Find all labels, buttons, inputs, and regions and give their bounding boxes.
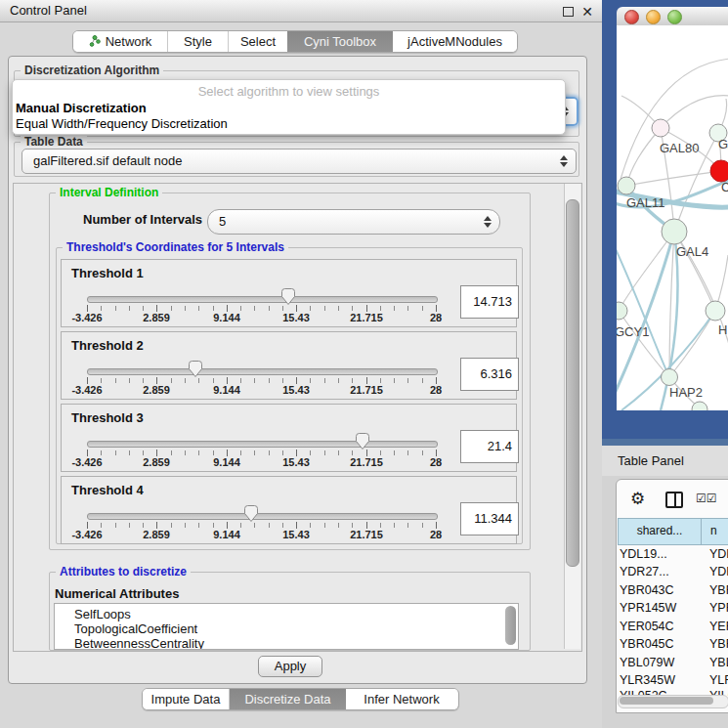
tick-label: 9.144 [197, 456, 256, 468]
tick-label: 21.715 [337, 529, 396, 540]
table-cell[interactable]: YER0 [709, 618, 728, 636]
table-cell[interactable]: YBR043C [620, 581, 674, 600]
threshold-2-value-field[interactable]: 6.316 [460, 358, 519, 391]
tab-discretize-data[interactable]: Discretize Data [230, 689, 346, 709]
zoom-traffic-light-icon[interactable] [667, 10, 682, 24]
node-label: GA [718, 137, 728, 151]
threshold-1-value-field[interactable]: 14.713 [460, 285, 519, 319]
table-cell[interactable]: YBL0 [709, 654, 728, 672]
tick-label: 28 [407, 384, 465, 396]
table-data-combobox[interactable]: galFiltered.sif default node [21, 149, 577, 174]
column-header-name[interactable]: n [701, 518, 728, 545]
network-canvas[interactable]: GAL80 GA C GAL11 GAL4 GCY1 H HAP2 [617, 25, 728, 410]
thresholds-group-title: Threshold's Coordinates for 5 Intervals [63, 240, 288, 254]
threshold-1-label: Threshold 1 [71, 266, 144, 280]
numerical-attributes-list[interactable]: SelfLoops TopologicalCoefficient Between… [54, 603, 519, 650]
tick-label: 28 [407, 529, 465, 540]
threshold-3-slider-track[interactable] [87, 441, 438, 448]
tick-label: 9.144 [197, 529, 256, 540]
table-cell[interactable]: YDR2 [709, 563, 728, 581]
tab-style[interactable]: Style [168, 31, 229, 52]
column-header-shared-name[interactable]: shared... [618, 518, 702, 545]
tick-label: 2.859 [127, 312, 186, 323]
node-label: GAL4 [676, 244, 708, 259]
interval-definition-title: Interval Definition [56, 186, 162, 199]
gear-icon[interactable]: ⚙ [630, 489, 645, 508]
network-window-titlebar[interactable] [617, 7, 728, 26]
table-cell[interactable]: YBR045C [620, 635, 674, 654]
table-cell[interactable]: YDL1 [709, 545, 728, 564]
network-frame-border-bottom [602, 439, 728, 446]
tick-label: 21.715 [337, 384, 396, 396]
tick-label: 2.859 [127, 529, 186, 540]
threshold-3-value-field[interactable]: 21.4 [460, 430, 519, 463]
threshold-3-panel: Threshold 3 -3.426 2.859 9.144 15.43 21.… [61, 404, 517, 472]
threshold-4-panel: Threshold 4 -3.426 2.859 9.144 15.43 21.… [61, 476, 517, 544]
dropdown-placeholder-item[interactable]: Select algorithm to view settings [13, 84, 565, 99]
list-item[interactable]: SelfLoops [74, 607, 131, 621]
control-panel-titlebar: Control Panel ✕ [0, 0, 602, 22]
tab-impute-data[interactable]: Impute Data [143, 689, 230, 709]
threshold-4-value-field[interactable]: 11.344 [460, 502, 519, 535]
table-cell[interactable]: YER054C [620, 618, 674, 636]
tick-label: 15.43 [267, 384, 325, 396]
spinner-icon [483, 216, 491, 228]
float-window-icon[interactable] [563, 7, 574, 17]
control-panel-title: Control Panel [10, 0, 87, 21]
apply-button[interactable]: Apply [258, 656, 322, 677]
table-cell[interactable]: YBR0 [709, 581, 728, 600]
threshold-1-slider-track[interactable] [87, 296, 438, 303]
table-cell[interactable]: YDL19... [620, 545, 667, 564]
viewport-scrollbar-thumb[interactable] [566, 199, 579, 567]
node-gcy1 [617, 302, 627, 320]
table-cell[interactable]: YDR27... [620, 563, 669, 581]
tab-cyni-toolbox[interactable]: Cyni Toolbox [287, 31, 393, 52]
node-hap2 [662, 369, 678, 386]
threshold-3-slider-thumb[interactable] [355, 432, 370, 450]
select-columns-icon[interactable]: ☑☑ [696, 492, 717, 505]
threshold-2-slider-thumb[interactable] [188, 360, 203, 378]
close-traffic-light-icon[interactable] [624, 10, 639, 24]
minimize-traffic-light-icon[interactable] [646, 10, 661, 24]
list-item[interactable]: TopologicalCoefficient [74, 621, 197, 636]
table-data-title: Table Data [21, 135, 87, 149]
tick-label: 28 [407, 312, 465, 323]
tick-label: -3.426 [58, 384, 116, 396]
tab-select[interactable]: Select [229, 31, 287, 52]
split-columns-icon[interactable] [665, 492, 683, 508]
tab-infer-network[interactable]: Infer Network [346, 689, 457, 709]
table-hscrollbar-thumb[interactable] [620, 697, 713, 705]
threshold-1-panel: Threshold 1 -3.426 2.859 9.144 15.43 21.… [61, 259, 517, 327]
list-item[interactable]: BetweennessCentrality [74, 636, 204, 650]
threshold-2-slider-track[interactable] [87, 368, 438, 375]
control-panel-tabs: Network Style Select Cyni Toolbox jActiv… [72, 30, 518, 53]
tab-network[interactable]: Network [73, 31, 168, 52]
dropdown-item-equal-width-frequency[interactable]: Equal Width/Frequency Discretization [16, 116, 228, 131]
node-red-selected [710, 160, 728, 182]
tick-label: 15.43 [267, 312, 325, 323]
tick-label: 21.715 [337, 456, 396, 468]
table-cell[interactable]: YPR1 [709, 599, 728, 618]
network-icon [89, 32, 101, 53]
list-scrollbar-thumb[interactable] [505, 606, 516, 645]
close-icon[interactable]: ✕ [581, 1, 593, 22]
spinner-icon [559, 155, 567, 167]
tab-network-label: Network [106, 34, 152, 49]
number-of-intervals-combobox[interactable]: 5 [207, 209, 500, 235]
table-cell[interactable]: YBL079W [620, 654, 674, 672]
numerical-attributes-label: Numerical Attributes [55, 586, 179, 601]
table-cell[interactable]: YBR0 [709, 635, 728, 654]
tab-jactivemnodules[interactable]: jActiveMNodules [393, 31, 517, 52]
node-label: HAP2 [669, 385, 703, 400]
threshold-4-slider-track[interactable] [87, 513, 438, 520]
slider-major-ticks [87, 305, 437, 312]
dropdown-item-manual-discretization[interactable]: Manual Discretization [16, 101, 147, 115]
node-gal4 [662, 219, 687, 244]
control-panel-window: Control Panel ✕ Network Style Select [0, 0, 603, 728]
threshold-4-slider-thumb[interactable] [243, 504, 259, 523]
threshold-1-slider-thumb[interactable] [280, 287, 296, 306]
table-cell[interactable]: YPR145W [620, 599, 676, 618]
cyni-bottom-tabs: Impute Data Discretize Data Infer Networ… [142, 688, 459, 710]
table-data-value: galFiltered.sif default node [33, 150, 182, 173]
number-of-intervals-label: Number of Intervals [83, 212, 202, 227]
